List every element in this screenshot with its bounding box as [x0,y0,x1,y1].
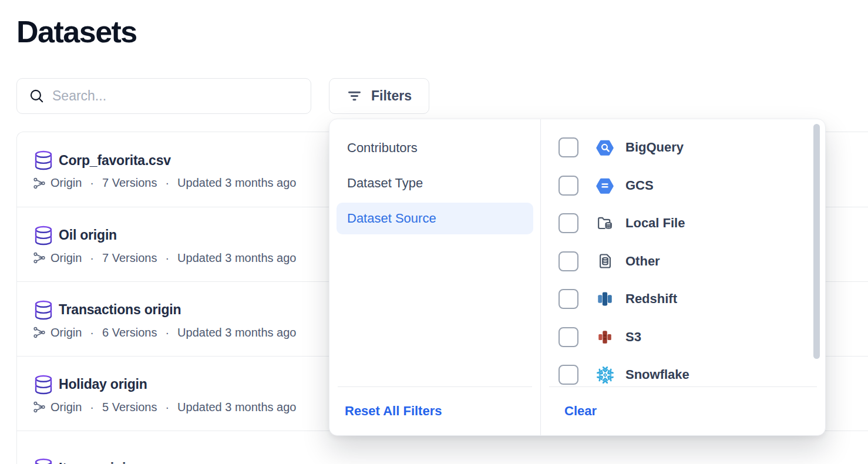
source-row-s3[interactable]: S3 [541,318,825,357]
source-label: BigQuery [625,140,684,155]
origin-share-icon [33,401,46,413]
origin-share-icon [33,326,46,339]
filter-category-dataset-type[interactable]: Dataset Type [337,167,533,199]
source-label: GCS [625,178,654,193]
database-icon [32,299,55,321]
meta-separator: · [90,401,94,414]
origin-share-icon [33,177,46,190]
source-row-redshift[interactable]: Redshift [541,280,825,318]
source-row-local-file[interactable]: Local File [541,204,825,243]
bigquery-icon [595,137,615,157]
source-row-bigquery[interactable]: BigQuery [541,129,825,167]
database-icon [32,149,55,172]
source-checkbox[interactable] [559,213,578,233]
dataset-title: Corp_favorita.csv [59,153,171,169]
source-label: Snowflake [625,367,689,382]
versions-label: 7 Versions [102,176,157,190]
source-row-other[interactable]: Other [541,243,825,281]
source-label: Redshift [625,291,677,307]
page-title: Datasets [16,14,137,49]
filter-category-dataset-source[interactable]: Dataset Source [337,203,533,234]
source-row-snowflake[interactable]: Snowflake [541,356,825,386]
source-checkbox[interactable] [559,251,578,271]
local-file-icon [595,213,615,233]
filters-button-label: Filters [371,88,412,104]
versions-label: 6 Versions [102,326,157,339]
meta-separator: · [90,176,94,190]
filters-button[interactable]: Filters [329,78,429,114]
origin-label: Origin [51,251,82,265]
versions-label: 5 Versions [102,401,157,414]
dataset-title: Holiday origin [59,376,147,392]
filter-panel: ContributorsDataset TypeDataset Source R… [329,119,826,436]
source-checkbox[interactable] [559,176,578,196]
panel-footer-left: Reset All Filters [329,387,540,435]
meta-separator: · [165,176,169,190]
source-label: S3 [625,329,641,345]
dataset-title: Oil origin [59,227,117,243]
meta-separator: · [165,251,169,265]
database-icon [32,374,55,396]
database-icon [32,457,55,464]
dataset-title: Transactions origin [59,302,181,318]
versions-label: 7 Versions [102,251,157,265]
updated-label: Updated 3 months ago [177,401,296,414]
dataset-title-line: Items origin [32,457,868,464]
filter-icon [346,88,362,104]
search-icon [29,88,45,104]
meta-separator: · [90,251,94,265]
source-row-gcs[interactable]: GCS [541,167,825,205]
snowflake-icon [595,365,615,385]
filter-category-column: ContributorsDataset TypeDataset Source R… [329,119,540,435]
search-box[interactable] [16,78,311,114]
redshift-icon [595,289,615,309]
filter-category-contributors[interactable]: Contributors [337,132,533,164]
updated-label: Updated 3 months ago [177,326,296,339]
gcs-icon [595,176,615,196]
filter-options-column: BigQueryGCSLocal FileOtherRedshiftS3Snow… [541,119,825,435]
origin-share-icon [33,251,46,264]
clear-button[interactable]: Clear [564,404,597,419]
panel-footer-right: Clear [541,387,825,435]
source-list: BigQueryGCSLocal FileOtherRedshiftS3Snow… [541,119,825,386]
source-checkbox[interactable] [559,289,578,309]
other-icon [595,251,615,271]
source-checkbox[interactable] [559,137,578,157]
origin-label: Origin [51,326,82,339]
meta-separator: · [90,326,94,339]
meta-separator: · [165,326,169,339]
filter-category-menu: ContributorsDataset TypeDataset Source [329,119,540,386]
s3-icon [595,327,615,347]
reset-all-filters-button[interactable]: Reset All Filters [345,404,442,419]
origin-label: Origin [51,401,82,414]
search-input[interactable] [52,88,300,104]
source-checkbox[interactable] [559,327,578,347]
meta-separator: · [165,401,169,414]
dataset-title: Items origin [59,460,134,464]
source-label: Other [625,254,660,269]
source-checkbox[interactable] [559,365,578,385]
updated-label: Updated 3 months ago [177,251,296,265]
database-icon [32,224,55,247]
updated-label: Updated 3 months ago [177,176,296,190]
scrollbar-thumb[interactable] [813,124,820,359]
origin-label: Origin [51,176,82,190]
source-label: Local File [625,216,685,231]
